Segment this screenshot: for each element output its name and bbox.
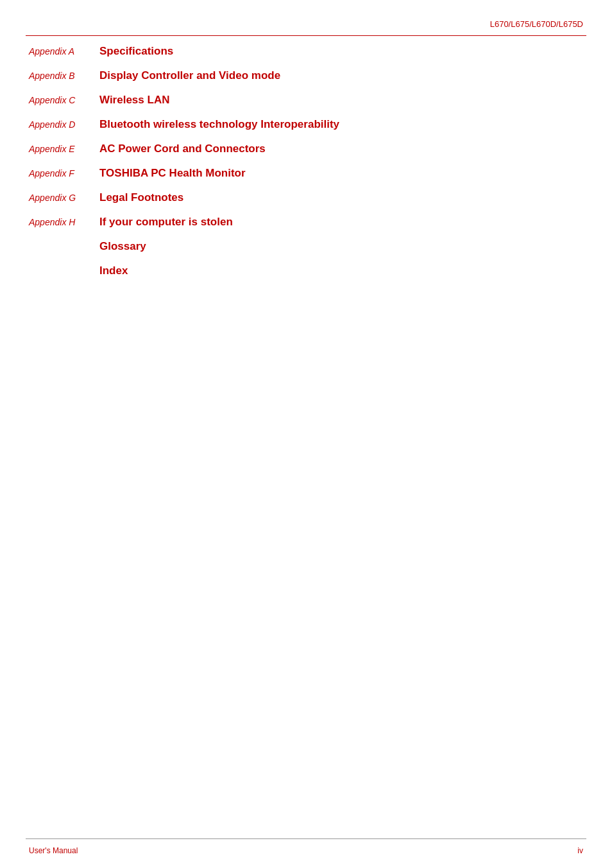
toc-title-index[interactable]: Index <box>99 265 128 277</box>
toc-label-e[interactable]: Appendix E <box>29 144 99 154</box>
header-title: L670/L675/L670D/L675D <box>490 19 583 29</box>
footer-right: iv <box>577 846 583 855</box>
toc-title-h[interactable]: If your computer is stolen <box>99 216 233 229</box>
toc-label-f[interactable]: Appendix F <box>29 168 99 178</box>
toc-label-h[interactable]: Appendix H <box>29 217 99 227</box>
toc-title-g[interactable]: Legal Footnotes <box>99 191 183 204</box>
toc-label-a[interactable]: Appendix A <box>29 46 99 56</box>
toc-row-b: Appendix B Display Controller and Video … <box>29 69 583 82</box>
page-header: L670/L675/L670D/L675D <box>490 19 583 29</box>
footer-left-label: User's Manual <box>29 846 78 855</box>
page-container: L670/L675/L670D/L675D Appendix A Specifi… <box>0 0 612 868</box>
toc-title-d[interactable]: Bluetooth wireless technology Interopera… <box>99 118 339 131</box>
toc-row-index: Index <box>99 265 583 277</box>
toc-title-b[interactable]: Display Controller and Video mode <box>99 69 280 82</box>
toc-row-h: Appendix H If your computer is stolen <box>29 216 583 229</box>
toc-label-g[interactable]: Appendix G <box>29 193 99 203</box>
toc-row-e: Appendix E AC Power Cord and Connectors <box>29 143 583 155</box>
toc-label-b[interactable]: Appendix B <box>29 71 99 81</box>
toc-label-c[interactable]: Appendix C <box>29 95 99 105</box>
footer-right-label: iv <box>577 846 583 855</box>
footer-left: User's Manual <box>29 846 78 855</box>
toc-row-glossary: Glossary <box>99 240 583 253</box>
toc-row-f: Appendix F TOSHIBA PC Health Monitor <box>29 167 583 180</box>
toc-title-c[interactable]: Wireless LAN <box>99 94 169 107</box>
toc-title-glossary[interactable]: Glossary <box>99 240 146 253</box>
toc-label-d[interactable]: Appendix D <box>29 119 99 130</box>
bottom-border <box>26 838 586 839</box>
top-border <box>26 35 586 36</box>
toc-title-a[interactable]: Specifications <box>99 45 173 58</box>
toc-title-f[interactable]: TOSHIBA PC Health Monitor <box>99 167 246 180</box>
toc-row-d: Appendix D Bluetooth wireless technology… <box>29 118 583 131</box>
toc-row-a: Appendix A Specifications <box>29 45 583 58</box>
toc-row-g: Appendix G Legal Footnotes <box>29 191 583 204</box>
toc-row-c: Appendix C Wireless LAN <box>29 94 583 107</box>
toc-container: Appendix A Specifications Appendix B Dis… <box>29 45 583 289</box>
toc-title-e[interactable]: AC Power Cord and Connectors <box>99 143 266 155</box>
